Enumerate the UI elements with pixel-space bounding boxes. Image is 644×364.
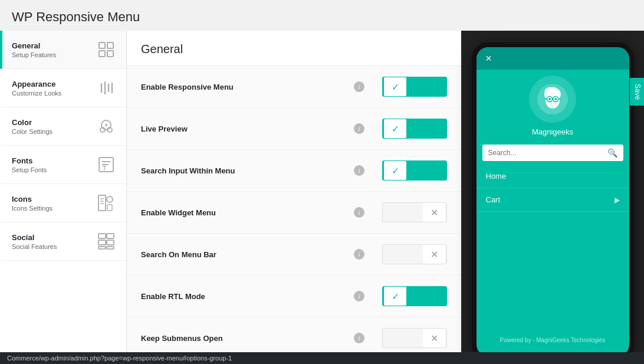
fonts-icon: T [96, 154, 117, 175]
setting-label-rtl-mode: Enable RTL Mode [141, 292, 354, 301]
setting-label-search-input: Search Input Within Menu [141, 166, 354, 175]
sidebar-label-social: Social [12, 233, 57, 242]
svg-rect-27 [107, 247, 114, 249]
svg-rect-0 [99, 42, 105, 48]
svg-rect-26 [98, 247, 106, 249]
sidebar-sub-general: Setup Features [12, 51, 56, 58]
svg-rect-2 [99, 51, 105, 57]
setting-row-enable-widget: Enable Widget Menu i ✕ [127, 192, 461, 234]
info-icon-rtl-mode[interactable]: i [354, 291, 364, 301]
svg-rect-16 [98, 195, 106, 211]
phone-search-input[interactable] [488, 149, 607, 157]
app-wrapper: WP Responsive Menu General Setup Feature… [0, 0, 644, 364]
svg-text:T: T [103, 165, 106, 172]
phone-brand-name: Magnigeeks [532, 127, 573, 136]
search-icon: 🔍 [607, 148, 617, 158]
setting-label-enable-widget: Enable Widget Menu [141, 208, 354, 217]
svg-line-35 [558, 99, 561, 99]
save-button[interactable]: Save [630, 78, 644, 106]
setting-label-live-preview: Live Preview [141, 124, 354, 133]
toggle-enable-widget[interactable]: ✕ [382, 202, 447, 222]
general-icon [96, 39, 117, 60]
main-layout: General Setup Features Appearance Cust [0, 31, 644, 364]
phone-screen: × [477, 47, 629, 356]
phone-menu-arrow-icon: ▶ [615, 196, 620, 204]
content-area: General Enable Responsive Menu i ✓ Live … [127, 31, 461, 364]
setting-row-search-menu-bar: Search On Menu Bar i ✕ [127, 234, 461, 276]
sidebar-label-fonts: Fonts [12, 156, 47, 165]
svg-rect-24 [98, 240, 106, 245]
sidebar-label-icons: Icons [12, 195, 52, 204]
sidebar-label-appearance: Appearance [12, 80, 61, 88]
sidebar-sub-icons: Icons Settings [12, 205, 52, 212]
svg-rect-25 [107, 240, 114, 245]
svg-point-36 [548, 98, 551, 100]
setting-row-search-input: Search Input Within Menu i ✓ [127, 150, 461, 192]
sidebar-item-color[interactable]: Color Color Settings [0, 107, 126, 146]
sidebar-sub-appearance: Customize Looks [12, 90, 61, 97]
phone-logo-svg [536, 83, 569, 116]
info-icon-submenus-open[interactable]: i [354, 333, 364, 343]
svg-rect-22 [98, 234, 106, 238]
sidebar-sub-color: Color Settings [12, 128, 52, 135]
toggle-submenus-open[interactable]: ✕ [382, 328, 447, 348]
info-icon-live-preview[interactable]: i [354, 123, 364, 134]
phone-logo-circle [529, 76, 576, 123]
sidebar-item-icons[interactable]: Icons Icons Settings [0, 184, 126, 222]
phone-search-bar[interactable]: 🔍 [482, 145, 623, 161]
sidebar-item-fonts[interactable]: Fonts Setup Fonts T [0, 146, 126, 184]
section-title: General [127, 31, 461, 66]
toggle-search-input[interactable]: ✓ [382, 160, 447, 181]
preview-panel: × [461, 31, 644, 364]
svg-rect-1 [107, 42, 113, 48]
svg-rect-3 [107, 51, 113, 57]
sidebar-sub-fonts: Setup Fonts [12, 166, 47, 173]
info-icon-search-menu-bar[interactable]: i [354, 249, 364, 260]
toggle-live-preview[interactable]: ✓ [382, 119, 447, 139]
setting-row-live-preview: Live Preview i ✓ [127, 108, 461, 150]
sidebar-label-color: Color [12, 118, 52, 127]
svg-point-11 [105, 124, 107, 126]
phone-close-button[interactable]: × [482, 52, 495, 65]
setting-label-search-menu-bar: Search On Menu Bar [141, 250, 354, 259]
info-icon-search-input[interactable]: i [354, 165, 364, 176]
setting-label-enable-responsive-menu: Enable Responsive Menu [141, 83, 354, 91]
sidebar-item-social[interactable]: Social Social Features [0, 222, 126, 261]
sidebar-sub-social: Social Features [12, 243, 57, 250]
svg-point-37 [554, 98, 557, 100]
phone-menu-cart-label: Cart [486, 195, 501, 204]
page-title: WP Responsive Menu [0, 0, 644, 31]
svg-rect-23 [107, 234, 114, 238]
phone-menu-home-label: Home [486, 172, 507, 181]
svg-line-34 [545, 99, 547, 99]
appearance-icon [96, 77, 117, 99]
status-bar: Commerce/wp-admin/admin.php?page=wp-resp… [0, 352, 644, 364]
toggle-enable-responsive-menu[interactable]: ✓ [382, 77, 447, 97]
sidebar-item-general[interactable]: General Setup Features [0, 31, 126, 69]
phone-menu-item-home[interactable]: Home [477, 165, 629, 188]
sidebar-label-general: General [12, 41, 56, 50]
social-icon [96, 231, 117, 252]
phone-frame: × [472, 42, 634, 361]
svg-point-20 [107, 196, 113, 202]
setting-row-enable-responsive-menu: Enable Responsive Menu i ✓ [127, 66, 461, 108]
color-icon [96, 116, 117, 137]
sidebar-item-appearance[interactable]: Appearance Customize Looks [0, 69, 126, 107]
status-url: Commerce/wp-admin/admin.php?page=wp-resp… [7, 355, 232, 362]
phone-close-bar: × [477, 47, 629, 70]
toggle-rtl-mode[interactable]: ✓ [382, 286, 447, 306]
info-icon-enable-widget[interactable]: i [354, 207, 364, 218]
icons-icon [96, 192, 117, 214]
phone-footer: Powered by - MagniGeeks Technologies [477, 330, 629, 350]
setting-label-submenus-open: Keep Submenus Open [141, 334, 354, 343]
sidebar: General Setup Features Appearance Cust [0, 31, 127, 364]
setting-row-rtl-mode: Enable RTL Mode i ✓ [127, 276, 461, 317]
phone-logo-area: Magnigeeks [477, 70, 629, 145]
svg-rect-21 [107, 205, 112, 211]
phone-menu-item-cart[interactable]: Cart ▶ [477, 188, 629, 212]
toggle-search-menu-bar[interactable]: ✕ [382, 244, 447, 264]
info-icon-enable-responsive-menu[interactable]: i [354, 81, 364, 92]
